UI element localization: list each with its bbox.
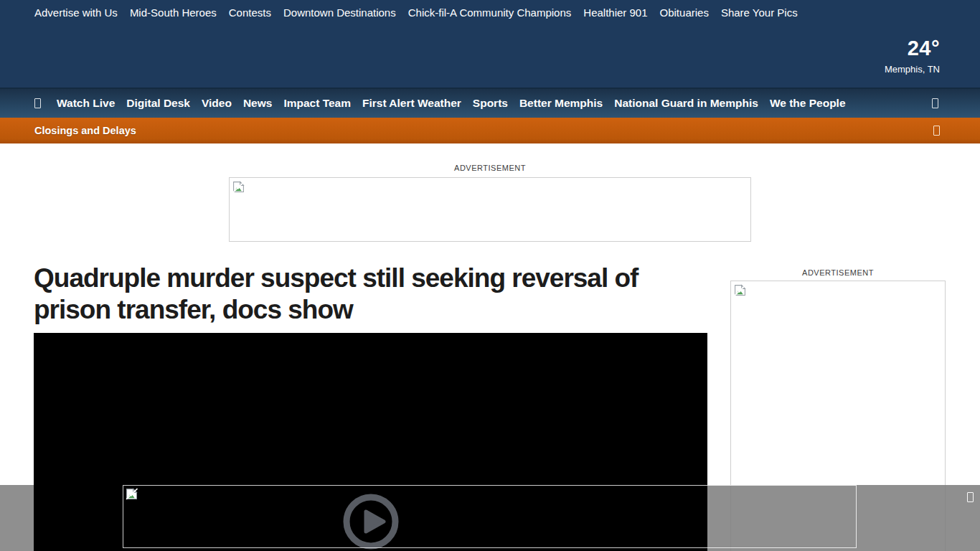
topbar-link[interactable]: Advertise with Us <box>34 6 118 19</box>
chevron-expand-icon[interactable] <box>933 126 940 136</box>
nav-item[interactable]: Sports <box>473 97 508 110</box>
alert-bar-label: Closings and Delays <box>34 125 136 136</box>
weather-widget[interactable]: 24° Memphis, TN <box>885 37 940 75</box>
nav-item[interactable]: We the People <box>770 97 846 110</box>
menu-icon[interactable] <box>34 98 41 108</box>
topbar-link[interactable]: Healthier 901 <box>583 6 647 19</box>
topbar-link[interactable]: Chick-fil-A Community Champions <box>408 6 572 19</box>
nav-item[interactable]: National Guard in Memphis <box>614 97 758 110</box>
broken-image-icon <box>126 488 138 500</box>
search-icon[interactable] <box>932 98 938 108</box>
topbar-link[interactable]: Contests <box>229 6 271 19</box>
main-nav: Watch Live Digital Desk Video News Impac… <box>0 88 980 118</box>
closings-alert-bar[interactable]: Closings and Delays <box>0 118 980 143</box>
topbar-links: Advertise with Us Mid-South Heroes Conte… <box>0 0 980 19</box>
advertisement-label: ADVERTISEMENT <box>0 164 980 172</box>
broken-image-icon <box>232 181 245 193</box>
nav-item[interactable]: Digital Desk <box>126 97 190 110</box>
nav-item[interactable]: First Alert Weather <box>362 97 461 110</box>
topbar-link[interactable]: Share Your Pics <box>721 6 798 19</box>
nav-item[interactable]: Impact Team <box>283 97 351 110</box>
broken-image-icon <box>734 284 746 296</box>
temperature: 24° <box>885 37 940 59</box>
weather-location: Memphis, TN <box>885 64 940 75</box>
topbar-link[interactable]: Obituaries <box>660 6 709 19</box>
article-headline: Quadruple murder suspect still seeking r… <box>34 263 707 326</box>
nav-item[interactable]: News <box>243 97 273 110</box>
close-icon[interactable] <box>967 492 974 502</box>
leaderboard-ad[interactable] <box>229 177 751 242</box>
nav-list: Watch Live Digital Desk Video News Impac… <box>57 97 846 110</box>
bottom-overlay-ad-frame[interactable] <box>123 485 857 548</box>
top-ad-slot: ADVERTISEMENT <box>0 164 980 242</box>
topbar: Advertise with Us Mid-South Heroes Conte… <box>0 0 980 88</box>
nav-item[interactable]: Video <box>202 97 232 110</box>
nav-item[interactable]: Better Memphis <box>519 97 603 110</box>
nav-item[interactable]: Watch Live <box>57 97 115 110</box>
topbar-link[interactable]: Mid-South Heroes <box>130 6 217 19</box>
advertisement-label: ADVERTISEMENT <box>730 268 946 277</box>
topbar-link[interactable]: Downtown Destinations <box>283 6 396 19</box>
